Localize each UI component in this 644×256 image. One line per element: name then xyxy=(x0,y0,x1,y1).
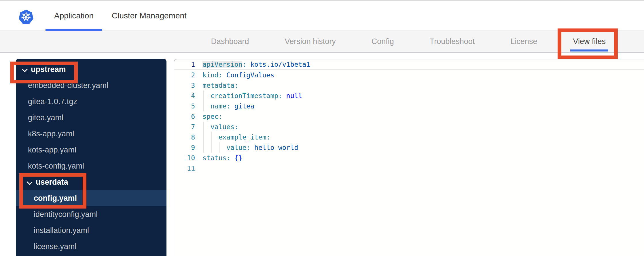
chevron-down-icon[interactable] xyxy=(27,180,32,185)
indent-guide xyxy=(203,132,204,142)
code-token: name xyxy=(202,102,226,110)
code-line-5[interactable]: 5 name: gitea xyxy=(174,101,644,111)
tree-file-kots-config-yaml[interactable]: kots-config.yaml xyxy=(16,158,166,174)
chevron-down-icon[interactable] xyxy=(22,67,27,72)
line-number: 4 xyxy=(174,91,200,101)
code-line-11[interactable]: 11 xyxy=(174,163,644,173)
kubernetes-logo-icon xyxy=(18,9,34,25)
kots-admin-console: ApplicationCluster Management DashboardV… xyxy=(0,0,644,256)
code-token: {} xyxy=(230,154,243,162)
app-nav: DashboardVersion historyConfigTroublesho… xyxy=(0,31,644,53)
header-tab-cluster-management[interactable]: Cluster Management xyxy=(103,1,195,31)
code-token: values xyxy=(202,123,234,131)
tree-file-gitea-yaml[interactable]: gitea.yaml xyxy=(16,110,166,126)
code-line-content: spec: xyxy=(200,111,222,122)
code-token: hello world xyxy=(250,144,298,151)
nav-item-license[interactable]: License xyxy=(508,31,540,52)
tree-row-label: upstream xyxy=(31,65,66,74)
code-line-content: creationTimestamp: null xyxy=(200,91,302,101)
line-number: 6 xyxy=(174,111,200,122)
nav-item-troubleshoot[interactable]: Troubleshoot xyxy=(427,31,478,52)
tree-folder-userdata[interactable]: userdata xyxy=(16,174,166,190)
tree-file-kots-app-yaml[interactable]: kots-app.yaml xyxy=(16,142,166,158)
line-number: 9 xyxy=(174,142,200,153)
tree-file-k8s-app-yaml[interactable]: k8s-app.yaml xyxy=(16,126,166,142)
code-line-10[interactable]: 10status: {} xyxy=(174,153,644,163)
code-line-9[interactable]: 9 value: hello world xyxy=(174,142,644,153)
code-token: spec xyxy=(202,113,218,120)
tree-row-label: gitea-1.0.7.tgz xyxy=(28,97,77,106)
code-token: example_item xyxy=(202,133,266,141)
code-line-content: example_item: xyxy=(200,132,270,142)
code-line-content: values: xyxy=(200,122,238,132)
code-line-content: kind: ConfigValues xyxy=(200,70,274,80)
app-header: ApplicationCluster Management xyxy=(0,0,644,31)
code-token: kind xyxy=(202,71,218,79)
nav-item-config[interactable]: Config xyxy=(369,31,397,52)
code-token: : xyxy=(226,154,230,162)
indent-guide xyxy=(203,122,204,132)
code-line-3[interactable]: 3metadata: xyxy=(174,80,644,91)
yaml-code-editor[interactable]: 1apiVersion: kots.io/v1beta12kind: Confi… xyxy=(174,59,644,256)
code-token: : xyxy=(234,82,238,89)
tree-file-installation-yaml[interactable]: installation.yaml xyxy=(16,222,166,238)
code-token: : xyxy=(278,92,282,100)
nav-items: DashboardVersion historyConfigTroublesho… xyxy=(209,31,608,52)
tree-row-label: gitea.yaml xyxy=(28,113,63,122)
code-token: null xyxy=(282,92,302,100)
code-token: status xyxy=(202,154,226,162)
tree-file-gitea-1-0-7-tgz[interactable]: gitea-1.0.7.tgz xyxy=(16,93,166,110)
indent-guide xyxy=(203,101,204,111)
code-line-4[interactable]: 4 creationTimestamp: null xyxy=(174,91,644,101)
indent-guide xyxy=(211,142,212,153)
code-token: apiVersion xyxy=(202,61,242,68)
indent-guide xyxy=(203,91,204,101)
tree-row-label: kots-config.yaml xyxy=(28,162,84,171)
code-token: : xyxy=(266,133,270,141)
code-line-content: name: gitea xyxy=(200,101,254,111)
code-line-content: status: {} xyxy=(200,153,243,163)
code-token: : xyxy=(246,144,250,151)
code-token: : xyxy=(242,61,246,68)
tree-row-label: config.yaml xyxy=(34,194,77,203)
line-number: 11 xyxy=(174,163,200,173)
indent-guide xyxy=(219,142,220,153)
code-token: metadata xyxy=(202,82,234,89)
code-line-7[interactable]: 7 values: xyxy=(174,122,644,132)
code-line-6[interactable]: 6spec: xyxy=(174,111,644,122)
tree-file-embedded-cluster-yaml[interactable]: embedded-cluster.yaml xyxy=(16,77,166,93)
tree-folder-upstream[interactable]: upstream xyxy=(16,61,166,77)
code-token: kots.io/v1beta1 xyxy=(246,61,310,68)
code-token: : xyxy=(218,71,222,79)
tree-row-label: embedded-cluster.yaml xyxy=(28,81,108,90)
line-number: 5 xyxy=(174,101,200,111)
line-number: 7 xyxy=(174,122,200,132)
code-token: creationTimestamp xyxy=(202,92,278,100)
nav-item-view-files[interactable]: View files xyxy=(570,31,608,52)
nav-item-version-history[interactable]: Version history xyxy=(282,31,338,52)
indent-guide xyxy=(211,132,212,142)
line-number: 3 xyxy=(174,80,200,91)
header-tab-application[interactable]: Application xyxy=(46,1,102,31)
indent-guide xyxy=(203,142,204,153)
code-line-8[interactable]: 8 example_item: xyxy=(174,132,644,142)
line-number: 1 xyxy=(174,60,200,69)
code-line-2[interactable]: 2kind: ConfigValues xyxy=(174,70,644,80)
code-line-content: apiVersion: kots.io/v1beta1 xyxy=(200,60,310,69)
tree-row-label: license.yaml xyxy=(34,242,77,251)
code-line-content: value: hello world xyxy=(200,142,298,153)
code-line-1[interactable]: 1apiVersion: kots.io/v1beta1 xyxy=(174,60,644,70)
file-tree-sidebar: upstreamembedded-cluster.yamlgitea-1.0.7… xyxy=(16,59,166,256)
tree-row-label: k8s-app.yaml xyxy=(28,129,74,138)
code-token: : xyxy=(218,113,222,120)
code-token: : xyxy=(226,102,230,110)
header-tabs: ApplicationCluster Management xyxy=(46,1,195,31)
tree-row-label: kots-app.yaml xyxy=(28,146,76,154)
tree-row-label: installation.yaml xyxy=(34,226,89,235)
code-token: gitea xyxy=(230,102,254,110)
tree-file-identityconfig-yaml[interactable]: identityconfig.yaml xyxy=(16,206,166,222)
nav-item-dashboard[interactable]: Dashboard xyxy=(209,31,252,52)
line-number: 2 xyxy=(174,70,200,80)
tree-file-license-yaml[interactable]: license.yaml xyxy=(16,238,166,255)
tree-file-config-yaml[interactable]: config.yaml xyxy=(16,190,166,206)
